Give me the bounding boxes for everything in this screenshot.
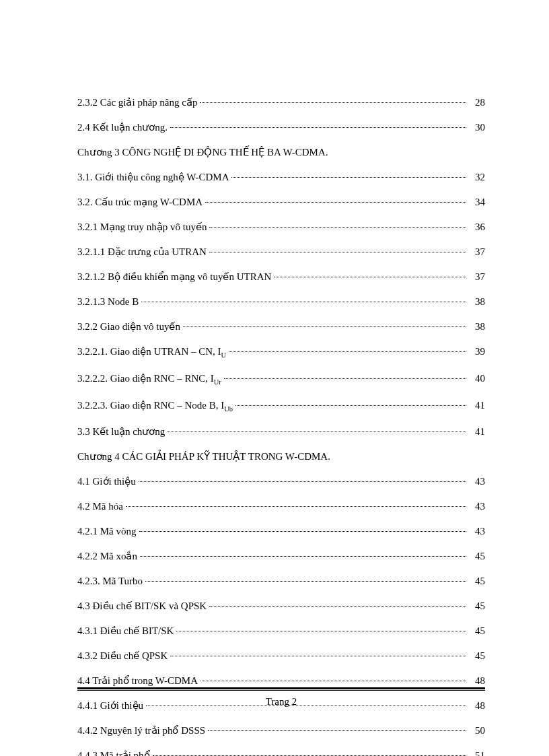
toc-entry-page: 43 [469, 523, 485, 539]
toc-dot-leader [139, 481, 466, 482]
toc-dot-leader [176, 631, 466, 631]
toc-entry-page: 28 [469, 94, 485, 110]
toc-entry-label: 3.2. Cấu trúc mạng W-CDMA [77, 194, 203, 210]
toc-dot-leader [209, 606, 466, 607]
toc-entry-page: 45 [469, 573, 485, 589]
toc-entry-subscript: Ub [224, 405, 233, 413]
toc-entry: 4.4.2 Nguyên lý trải phổ DSSS 50 [77, 722, 485, 738]
toc-dot-leader [170, 127, 466, 128]
toc-dot-leader [208, 730, 466, 731]
footer-page-number: Trang 2 [77, 696, 485, 708]
toc-entry-page: 41 [469, 397, 485, 413]
toc-dot-leader [170, 656, 466, 656]
toc-entry: 3.2.2.1. Giao diện UTRAN – CN, IU 39 [77, 343, 485, 362]
toc-entry-label: 3.2.1 Mạng truy nhập vô tuyến [77, 219, 207, 235]
toc-entry-page: 36 [469, 219, 485, 235]
toc-entry: 3.3 Kết luận chương 41 [77, 423, 485, 440]
toc-entry-label: 3.3 Kết luận chương [77, 423, 165, 440]
toc-entry-page: 43 [469, 498, 485, 514]
toc-entry-label: 4.1 Giới thiệu [77, 473, 136, 489]
toc-dot-leader [274, 277, 466, 277]
toc-entry: 4.2.2 Mã xoắn 45 [77, 548, 485, 564]
toc-entry: 4.2.3. Mã Turbo 45 [77, 573, 485, 589]
toc-entry: 3.2. Cấu trúc mạng W-CDMA 34 [77, 194, 485, 210]
toc-entry-page: 43 [469, 473, 485, 489]
toc-entry: 3.2.2.3. Giao diện RNC – Node B, IUb 41 [77, 397, 485, 415]
toc-entry-page: 48 [469, 673, 485, 689]
toc-dot-leader [231, 177, 466, 178]
toc-entry-label: 2.4 Kết luận chương. [77, 119, 168, 135]
toc-entry-page: 41 [469, 423, 485, 440]
toc-dot-leader [200, 681, 466, 681]
toc-entry-label: 3.2.1.2 Bộ điều khiển mạng vô tuyến UTRA… [77, 269, 271, 285]
toc-entry: 4.2 Mã hóa 43 [77, 498, 485, 514]
toc-entry: 3.2.1.3 Node B 38 [77, 294, 485, 310]
toc-dot-leader [183, 327, 466, 327]
toc-entry-page: 38 [469, 294, 485, 310]
toc-entry-page: 40 [469, 370, 485, 386]
toc-entry-subscript: Ur [214, 378, 221, 386]
toc-entry: 4.3.1 Điều chế BIT/SK 45 [77, 623, 485, 639]
toc-chapter-heading: Chương 3 CÔNG NGHỆ DI ĐỘNG THẾ HỆ BA W-C… [77, 144, 485, 160]
toc-dot-leader [205, 202, 466, 203]
toc-entry-label: 4.4.2 Nguyên lý trải phổ DSSS [77, 722, 205, 738]
footer-rule [77, 687, 485, 691]
toc-entry: 3.2.2 Giao diện vô tuyến38 [77, 318, 485, 335]
toc-entry: 3.2.2.2. Giao diện RNC – RNC, IUr 40 [77, 370, 485, 388]
toc-dot-leader [126, 506, 466, 507]
toc-entry: 4.1 Giới thiệu 43 [77, 473, 485, 489]
toc-chapter-heading: Chương 4 CÁC GIẢI PHÁP KỸ THUẬT TRONG W-… [77, 448, 485, 465]
toc-entry-page: 39 [469, 343, 485, 359]
toc-entry: 3.2.1.1 Đặc trưng của UTRAN 37 [77, 244, 485, 260]
toc-entry-label: 3.2.1.3 Node B [77, 294, 139, 310]
toc-entry: 3.2.1 Mạng truy nhập vô tuyến 36 [77, 219, 485, 235]
toc-entry-page: 45 [469, 598, 485, 614]
toc-dot-leader [209, 252, 466, 252]
toc-dot-leader [139, 531, 467, 532]
toc-entry-label: 4.3.2 Điều chế QPSK [77, 648, 168, 664]
toc-entry-page: 45 [469, 623, 485, 639]
toc-entry: 4.3.2 Điều chế QPSK45 [77, 648, 485, 664]
toc-entry: 3.2.1.2 Bộ điều khiển mạng vô tuyến UTRA… [77, 269, 485, 285]
toc-entry: 2.4 Kết luận chương.30 [77, 119, 485, 135]
toc-entry-label: 3.2.2.2. Giao diện RNC – RNC, IUr [77, 370, 221, 388]
toc-entry-label: 4.2 Mã hóa [77, 498, 123, 514]
toc-entry-page: 51 [469, 747, 485, 756]
toc-entry-label: 4.4.3 Mã trải phổ [77, 747, 150, 756]
toc-entry-page: 45 [469, 548, 485, 564]
toc-entry-label: 3.2.2.1. Giao diện UTRAN – CN, IU [77, 343, 226, 362]
toc-entry-label: 3.2.1.1 Đặc trưng của UTRAN [77, 244, 207, 260]
toc-entry-label: 3.2.2.3. Giao diện RNC – Node B, IUb [77, 397, 233, 415]
toc-entry-page: 50 [469, 722, 485, 738]
page-footer: Trang 2 [77, 687, 485, 708]
toc-entry-label: 4.3.1 Điều chế BIT/SK [77, 623, 174, 639]
toc-dot-leader [140, 556, 466, 557]
toc-entry-label: 4.2.2 Mã xoắn [77, 548, 137, 564]
toc-entry-page: 34 [469, 194, 485, 210]
toc-entry-label: 4.4 Trải phổ trong W-CDMA [77, 673, 198, 689]
toc-dot-leader [141, 302, 466, 302]
toc-entry: 3.1. Giới thiệu công nghệ W-CDMA 32 [77, 169, 485, 185]
toc-dot-leader [209, 227, 466, 228]
toc-entry-page: 38 [469, 318, 485, 335]
toc-dot-leader [145, 581, 466, 582]
toc-entry-subscript: U [221, 351, 227, 359]
toc-dot-leader [168, 432, 466, 432]
toc-dot-leader [229, 351, 466, 352]
toc-entry-label: 3.2.2 Giao diện vô tuyến [77, 318, 180, 335]
toc-dot-leader [200, 102, 466, 103]
toc-entry-label: 4.3 Điều chế BIT/SK và QPSK [77, 598, 207, 614]
toc-entry: 4.4 Trải phổ trong W-CDMA 48 [77, 673, 485, 689]
toc-entry-page: 30 [469, 119, 485, 135]
toc-dot-leader [235, 405, 466, 406]
toc-entry-label: 2.3.2 Các giải pháp nâng cấp [77, 94, 197, 110]
toc-entry-label: 3.1. Giới thiệu công nghệ W-CDMA [77, 169, 229, 185]
toc-dot-leader [224, 378, 466, 379]
toc-entry-label: 4.2.1 Mã vòng [77, 523, 137, 539]
toc-entry: 4.2.1 Mã vòng 43 [77, 523, 485, 539]
toc-entry-page: 32 [469, 169, 485, 185]
toc-entry-page: 45 [469, 648, 485, 664]
toc-entry: 4.3 Điều chế BIT/SK và QPSK 45 [77, 598, 485, 614]
toc-entry-page: 37 [469, 269, 485, 285]
toc-entry-page: 37 [469, 244, 485, 260]
